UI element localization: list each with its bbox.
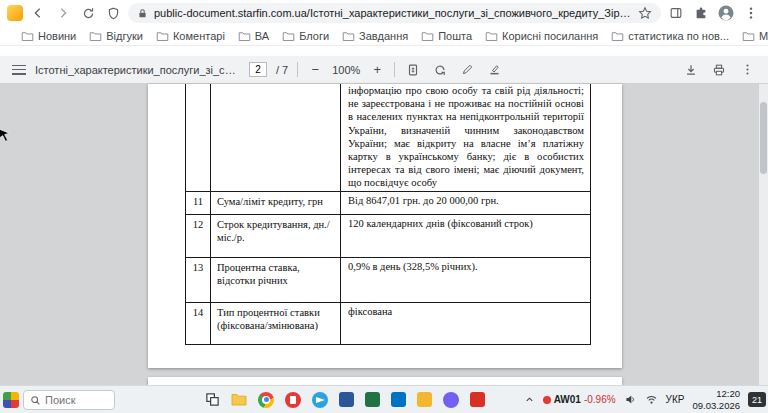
zoom-in-button[interactable]: + [369, 62, 385, 77]
folder-icon [421, 30, 434, 42]
ticker-dot-icon [543, 396, 551, 404]
zoom-level-label: 100% [332, 64, 360, 76]
extensions-button[interactable] [691, 3, 711, 23]
download-button[interactable] [682, 61, 700, 79]
taskbar-search-input[interactable] [45, 394, 105, 406]
bookmark-label: Коментарі [173, 30, 225, 42]
bookmark-star-icon[interactable] [638, 6, 652, 20]
highlight-button[interactable] [485, 61, 503, 79]
table-cell-value: 120 календарних днів (фіксований строк) [341, 215, 591, 258]
page-number-input[interactable] [249, 62, 267, 77]
reload-icon [82, 7, 95, 20]
page-total-label: / 7 [276, 64, 288, 76]
table-cell-empty [211, 84, 341, 192]
windows-taskbar: AW01 -0.96% УКР 12:20 09.03.2026 21 [0, 385, 768, 413]
stock-ticker-widget[interactable]: AW01 -0.96% [543, 394, 616, 405]
browser-logo-icon[interactable] [7, 5, 23, 21]
forward-button[interactable] [53, 3, 73, 23]
wifi-network-icon[interactable] [645, 393, 658, 406]
ticker-change: -0.96% [584, 394, 616, 405]
volume-icon[interactable] [624, 393, 637, 406]
bookmark-folder-vidhuky[interactable]: Відгуки [89, 30, 143, 42]
bookmark-folder-zavdannia[interactable]: Завдання [342, 30, 408, 42]
zoom-out-button[interactable]: − [307, 62, 323, 77]
bookmark-label: Новини [38, 30, 76, 42]
pdf-page-3-edge [148, 377, 622, 385]
pinned-apps [205, 386, 485, 413]
bookmark-label: статистика по нов... [628, 30, 729, 42]
table-cell-row-number: 12 [186, 215, 211, 258]
rotate-button[interactable] [431, 61, 449, 79]
draw-button[interactable] [458, 61, 476, 79]
divider [297, 62, 298, 77]
task-view-icon[interactable] [205, 392, 220, 407]
chrome-browser-icon[interactable] [258, 392, 274, 408]
pdf-app-icon[interactable] [470, 392, 485, 407]
word-app-icon[interactable] [339, 392, 354, 407]
pdf-menu-button[interactable] [12, 65, 26, 75]
browser-toolbar: public-document.starfin.com.ua/Істотні_х… [0, 0, 768, 26]
reload-button[interactable] [78, 3, 98, 23]
print-icon [712, 63, 726, 77]
address-bar[interactable]: public-document.starfin.com.ua/Істотні_х… [128, 3, 661, 23]
puzzle-extension-icon [694, 6, 708, 20]
pencil-draw-icon [461, 63, 474, 76]
print-button[interactable] [710, 61, 728, 79]
bookmarks-bar: Новини Відгуки Коментарі ВА Блоги Завдан… [0, 26, 768, 46]
widgets-icon[interactable] [3, 392, 19, 408]
bookmark-folder-statystyka[interactable]: статистика по нов... [611, 30, 729, 42]
telegram-icon[interactable] [312, 392, 328, 408]
pdf-more-button[interactable] [738, 61, 756, 79]
bookmark-folder-blohy[interactable]: Блоги [282, 30, 329, 42]
file-explorer-icon[interactable] [231, 393, 247, 406]
folder-icon [238, 30, 251, 42]
tray-time: 12:20 [692, 388, 740, 400]
profile-button[interactable] [716, 3, 736, 23]
mouse-cursor [0, 128, 12, 143]
credit-terms-table: інформацію про свою особу та свій рід ді… [185, 84, 591, 345]
mail-app-icon[interactable] [391, 392, 406, 407]
tray-chevron-up-icon[interactable] [524, 394, 535, 405]
notification-count-badge[interactable]: 21 [748, 392, 766, 407]
url-text: public-document.starfin.com.ua/Істотні_х… [154, 7, 632, 19]
folder-icon [611, 30, 624, 42]
bookmark-folder-poshta[interactable]: Пошта [421, 30, 472, 42]
table-cell-value: 0,9% в день (328,5% річних). [341, 258, 591, 303]
table-cell-continuation-text: інформацію про свою особу та свій рід ді… [341, 84, 591, 192]
bookmark-label: Корисні посилання [502, 30, 598, 42]
lock-icon [137, 8, 148, 19]
pdf-viewport: інформацію про свою особу та свій рід ді… [0, 84, 768, 385]
table-cell-label: Сума/ліміт кредиту, грн [211, 192, 341, 215]
pdf-page-2: інформацію про свою особу та свій рід ді… [148, 84, 622, 368]
folder-icon [21, 30, 34, 42]
fit-page-button[interactable] [404, 61, 422, 79]
messenger-app-icon[interactable] [443, 392, 459, 408]
bookmark-folder-va[interactable]: ВА [238, 30, 269, 42]
language-indicator[interactable]: УКР [666, 394, 685, 405]
folder-icon [342, 30, 355, 42]
yandex-browser-icon[interactable] [285, 392, 301, 408]
pdf-scrollbar-thumb[interactable] [760, 102, 767, 174]
table-cell-row-number: 13 [186, 258, 211, 303]
bookmark-folder-korysni[interactable]: Корисні посилання [485, 30, 598, 42]
adblock-shield-button[interactable] [103, 3, 123, 23]
tray-date: 09.03.2026 [692, 400, 740, 412]
excel-app-icon[interactable] [365, 392, 380, 407]
bookmark-folder-komentari[interactable]: Коментарі [156, 30, 225, 42]
browser-menu-button[interactable] [741, 3, 761, 23]
shield-icon [107, 7, 120, 20]
pdf-scrollbar[interactable] [759, 84, 768, 385]
folder-icon [742, 30, 755, 42]
table-cell-empty [186, 84, 211, 192]
bookmark-label: Завдання [359, 30, 408, 42]
back-button[interactable] [28, 3, 48, 23]
folder-icon [89, 30, 102, 42]
table-cell-label: Тип процентної ставки (фіксована/змінюва… [211, 303, 341, 345]
table-cell-label: Строк кредитування, дн./міс./р. [211, 215, 341, 258]
clock[interactable]: 12:20 09.03.2026 [692, 388, 740, 412]
accounting-app-icon[interactable] [417, 392, 432, 407]
side-panel-button[interactable] [666, 3, 686, 23]
bookmark-folder-mfo[interactable]: МФО [742, 30, 768, 42]
bookmark-folder-novyny[interactable]: Новини [21, 30, 76, 42]
taskbar-search[interactable] [23, 390, 115, 410]
